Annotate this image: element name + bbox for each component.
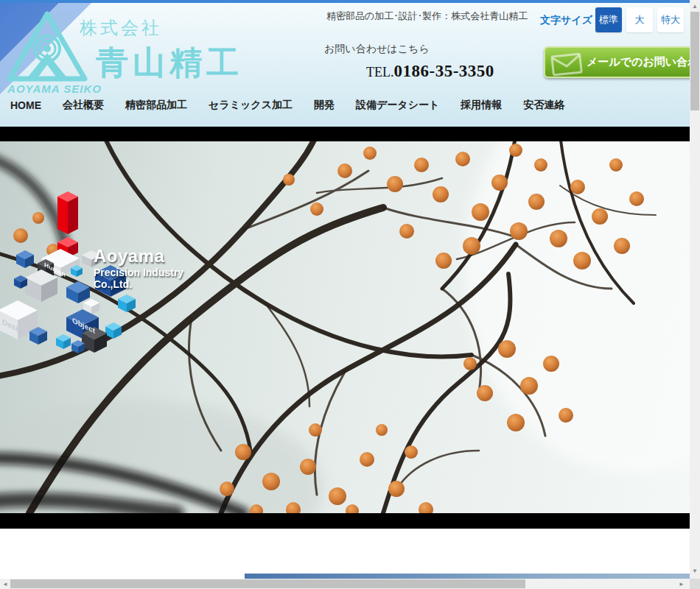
nav-item-ceramics[interactable]: セラミックス加工 — [209, 99, 293, 112]
font-size-large-button[interactable]: 大 — [626, 7, 653, 32]
mail-contact-label: メールでのお問い合わせ — [587, 55, 690, 69]
vertical-scrollbar[interactable]: ▲ ▼ — [690, 0, 700, 579]
hero-subtitle: Precision Industry — [94, 267, 183, 278]
horizontal-scrollbar[interactable]: ◄ ► — [0, 579, 690, 589]
scroll-down-arrow-icon[interactable]: ▼ — [690, 565, 700, 576]
hero-video-section: Human Design Object Aoyama Precision Ind… — [0, 127, 690, 529]
scroll-left-arrow-icon[interactable]: ◄ — [0, 579, 10, 589]
nav-item-safety-contact[interactable]: 安否連絡 — [523, 99, 564, 112]
scrollbar-corner — [690, 579, 700, 589]
header: AOYAMA SEIKO 株式会社 青山精工 精密部品の加工･設計･製作：株式会… — [0, 0, 690, 127]
font-size-xlarge-button[interactable]: 特大 — [657, 7, 684, 32]
contact-lead-text: お問い合わせはこちら — [324, 43, 430, 56]
hero-overlay-text: Aoyama Precision Industry Co.,Ltd. — [94, 246, 183, 290]
hero-title: Aoyama — [94, 246, 183, 267]
horizontal-scrollbar-thumb[interactable] — [10, 579, 525, 588]
nav-item-company[interactable]: 会社概要 — [63, 99, 104, 112]
envelope-icon — [550, 51, 583, 77]
page: AOYAMA SEIKO 株式会社 青山精工 精密部品の加工･設計･製作：株式会… — [0, 0, 700, 589]
nav-item-development[interactable]: 開発 — [314, 99, 335, 112]
company-name: 青山精工 — [96, 41, 243, 85]
nav-item-home[interactable]: HOME — [10, 99, 41, 111]
mail-contact-button[interactable]: メールでのお問い合わせ — [544, 46, 690, 78]
nav-item-precision-parts[interactable]: 精密部品加工 — [125, 99, 187, 112]
vertical-scrollbar-thumb[interactable] — [690, 12, 699, 110]
logo-triangle-icon — [6, 10, 88, 85]
phone-number: TEL.0186-35-3350 — [366, 62, 494, 81]
nav-item-equipment-datasheet[interactable]: 設備データシート — [356, 99, 439, 112]
tel-prefix: TEL. — [366, 65, 394, 80]
top-accent-bar — [0, 0, 690, 3]
company-prefix: 株式会社 — [80, 16, 162, 40]
hero-subtitle2: Co.,Ltd. — [94, 278, 183, 290]
main-nav: HOME 会社概要 精密部品加工 セラミックス加工 開発 設備データシート 採用… — [0, 93, 690, 118]
tel-number: 0186-35-3350 — [394, 62, 494, 80]
nav-item-recruit[interactable]: 採用情報 — [461, 99, 502, 112]
scroll-up-arrow-icon[interactable]: ▲ — [690, 1, 700, 11]
font-size-standard-button[interactable]: 標準 — [595, 7, 622, 32]
next-section-image-strip — [245, 574, 690, 579]
font-size-label: 文字サイズ： — [540, 14, 603, 27]
site-tagline: 精密部品の加工･設計･製作：株式会社青山精工 — [326, 10, 528, 23]
scroll-right-arrow-icon[interactable]: ► — [676, 579, 687, 589]
hero-video-frame: Human Design Object Aoyama Precision Ind… — [0, 141, 690, 513]
